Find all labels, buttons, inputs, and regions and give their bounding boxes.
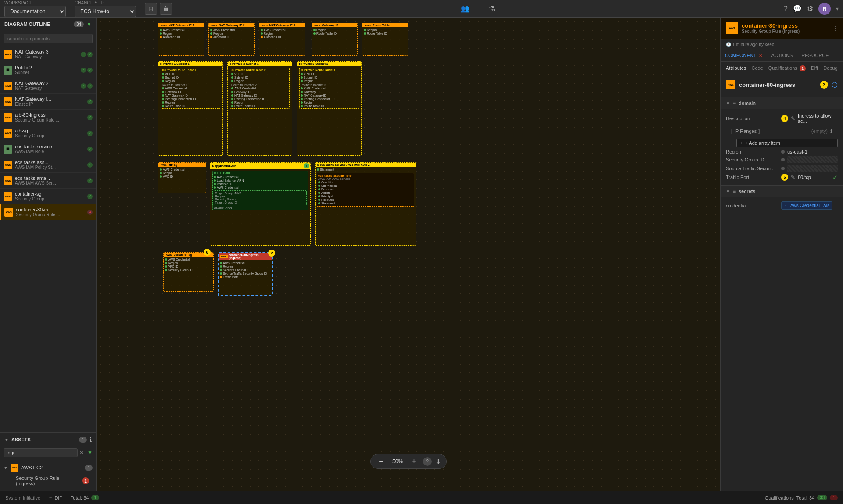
discord-icon[interactable]: 💬	[793, 4, 802, 13]
node-field: AWS Credential	[214, 186, 307, 189]
right-subtabs: Attributes Code Qualifications 1 Diff De…	[721, 62, 843, 76]
number-badge-6: 6	[204, 249, 211, 256]
region-toggle[interactable]	[781, 150, 785, 154]
component-info: container-sg Security Group	[15, 191, 85, 201]
team-nav-button[interactable]: 👥	[456, 2, 475, 15]
domain-section-header[interactable]: ▼ ≡ domain	[721, 97, 843, 109]
zoom-plus-button[interactable]: +	[409, 456, 420, 467]
field-dot	[210, 36, 212, 38]
tab-component[interactable]: COMPONENT ✕	[721, 50, 767, 61]
nat-gateway-ip2-node[interactable]: AWS NAT Gateway IP 2 AWS Credential Regi…	[208, 23, 255, 56]
traffic-port-check-icon[interactable]: ✓	[832, 174, 838, 181]
field-dot	[231, 98, 233, 100]
asset-item[interactable]: Security Group Rule (Ingress) 1	[4, 473, 93, 488]
secrets-section-header[interactable]: ▼ ≡ secrets	[721, 186, 843, 197]
aws-icon: AWS	[4, 161, 12, 169]
component-status: ✕	[87, 210, 93, 215]
list-item[interactable]: AWS alb-sg Security Group ✓	[0, 125, 96, 141]
list-item[interactable]: AWS container-sg Security Group ✓	[0, 189, 96, 204]
nat-gateway-ip1-node[interactable]: AWS NAT Gateway IP 1 AWS Credential Regi…	[158, 23, 204, 56]
list-item[interactable]: ▦ Public 2 Subnet ✓ ✓	[0, 62, 96, 78]
aws-ec2-header[interactable]: ▼ AWS AWS EC2 1	[4, 462, 93, 473]
node-field: Region	[160, 32, 202, 35]
description-edit-icon[interactable]: ✎	[791, 115, 795, 122]
list-item[interactable]: AWS ecs-tasks-ass... AWS IAM Policy St..…	[0, 157, 96, 173]
node-field: Region	[313, 29, 356, 32]
right-timestamp: 🕐 1 minute ago by keeb	[721, 39, 843, 50]
private-subnet1-node[interactable]: ⊕ Private 1 Subnet 1 ⊕ Private Route Tab…	[158, 61, 223, 156]
zoom-help-button[interactable]: ?	[423, 457, 432, 466]
assets-search-input[interactable]	[4, 448, 78, 457]
aws-ec2-name: AWS EC2	[21, 465, 83, 470]
tab-actions-label: ACTIONS	[771, 53, 793, 58]
component-status: ✓ ✓	[81, 83, 93, 89]
list-item[interactable]: ▦ ecs-tasks-service AWS IAM Role ✓	[0, 141, 96, 157]
canvas[interactable]: AWS NAT Gateway IP 1 AWS Credential Regi…	[97, 18, 720, 491]
container-80-ingress-node[interactable]: AWS container-80-ingress (Ingress) AWS C…	[218, 252, 273, 296]
filter-icon[interactable]: ▼	[86, 21, 92, 27]
zoom-download-button[interactable]: ⬇	[435, 458, 441, 466]
settings-icon[interactable]: ⚙	[807, 4, 813, 13]
node-field: AWS Credential	[165, 258, 212, 261]
user-dropdown-icon[interactable]: ▾	[836, 6, 839, 12]
subtab-qualifications[interactable]: Qualifications 1	[768, 65, 806, 72]
list-item[interactable]: AWS NAT Gateway 3 NAT Gateway ✓ ✓	[0, 46, 96, 62]
ecs-tasks-service-node[interactable]: ⊕ ecs-tasks-service AWS IAM Role 2 State…	[315, 162, 416, 246]
subtab-attributes[interactable]: Attributes	[726, 65, 746, 72]
aws-icon: AWS	[4, 192, 12, 201]
subtab-code[interactable]: Code	[751, 65, 763, 72]
component-detail-name: container-80-ingress	[739, 82, 817, 88]
tab-component-close[interactable]: ✕	[759, 53, 762, 58]
subtab-diff[interactable]: Diff	[811, 65, 818, 72]
user-avatar[interactable]: N	[818, 3, 831, 15]
field-dot	[231, 105, 233, 107]
lab-nav-button[interactable]: ⚗	[484, 2, 500, 15]
node-field: Traffic Port	[220, 275, 270, 279]
security-group-toggle[interactable]	[781, 158, 785, 161]
help-icon[interactable]: ?	[784, 5, 788, 13]
node-field: AWS Credential	[160, 29, 202, 32]
alb-sg-node[interactable]: AWS alb-sg AWS Credential Region VPC ID	[158, 162, 206, 193]
container-sg-node[interactable]: AWS container-sg AWS Credential Region V…	[163, 252, 214, 292]
route-table-node-top[interactable]: AWS Route Table Region Route Table ID	[362, 23, 408, 56]
assets-filter-icon[interactable]: ▼	[87, 450, 93, 456]
node-header: AWS NAT Gateway IP 2	[209, 23, 254, 27]
aws-icon: AWS	[4, 82, 12, 90]
search-box	[0, 31, 96, 46]
assets-header[interactable]: ▼ ASSETS 1 ℹ	[0, 433, 96, 447]
zoom-minus-button[interactable]: −	[376, 456, 387, 467]
assets-clear-icon[interactable]: ✕	[79, 450, 84, 456]
source-traffic-toggle[interactable]	[781, 167, 785, 170]
workspace-select[interactable]: Documentation	[4, 6, 66, 17]
list-item[interactable]: AWS NAT Gateway I... Elastic IP ✓	[0, 94, 96, 110]
tab-actions[interactable]: ACTIONS	[767, 50, 797, 61]
status-green-dot: ✓	[81, 52, 86, 57]
list-item[interactable]: AWS NAT Gateway 2 NAT Gateway ✓ ✓	[0, 78, 96, 94]
changeset-select[interactable]: ECS How-to	[75, 6, 136, 17]
right-header-menu-icon[interactable]: ⋮	[832, 25, 838, 31]
node-field: Route Table ID	[301, 104, 358, 107]
add-array-item-button[interactable]: + + Add array item	[736, 139, 838, 147]
delete-button[interactable]: 🗑	[160, 3, 172, 15]
subtab-debug[interactable]: Debug	[823, 65, 837, 72]
diff-button[interactable]: ~ Diff	[49, 495, 62, 500]
application-alb-node[interactable]: ⊕ application-alb + ⊕ HTTP-80 AWS Creden…	[210, 162, 311, 246]
grid-view-button[interactable]: ⊞	[145, 3, 157, 15]
assets-info-icon[interactable]: ℹ	[90, 436, 92, 443]
search-input[interactable]	[4, 34, 93, 43]
gateway-id-node[interactable]: AWS Gateway ID Region Route Table ID	[312, 23, 358, 56]
tab-resource[interactable]: RESOURCE	[797, 50, 833, 61]
status-green-dot: ✓	[87, 162, 93, 168]
list-item[interactable]: AWS alb-80-ingress Security Group Rule .…	[0, 110, 96, 125]
private-subnet3-node[interactable]: ⊕ Private 3 Subnet 1 ⊕ Private Route Tab…	[297, 61, 362, 156]
component-3d-icon[interactable]: ⬡	[832, 81, 838, 89]
private-subnet2-node[interactable]: ⊕ Private 2 Subnet 1 ⊕ Private Route Tab…	[227, 61, 292, 156]
node-header: ⊕ Private 1 Subnet 1	[158, 62, 222, 66]
list-item-active[interactable]: AWS container-80-in... Security Group Ru…	[0, 204, 96, 220]
node-body: Statement ecs-tasks-assume-role AWS IAM …	[316, 167, 416, 207]
list-item[interactable]: AWS ecs-tasks.ama... AWS IAM AWS Ser... …	[0, 173, 96, 189]
right-panel: AWS container-80-ingress Security Group …	[720, 18, 843, 491]
nat-gateway-ip3-node[interactable]: AWS NAT Gateway IP 3 AWS Credential Regi…	[259, 23, 305, 56]
traffic-port-edit-icon[interactable]: ✎	[791, 174, 795, 180]
field-dot	[231, 91, 233, 93]
